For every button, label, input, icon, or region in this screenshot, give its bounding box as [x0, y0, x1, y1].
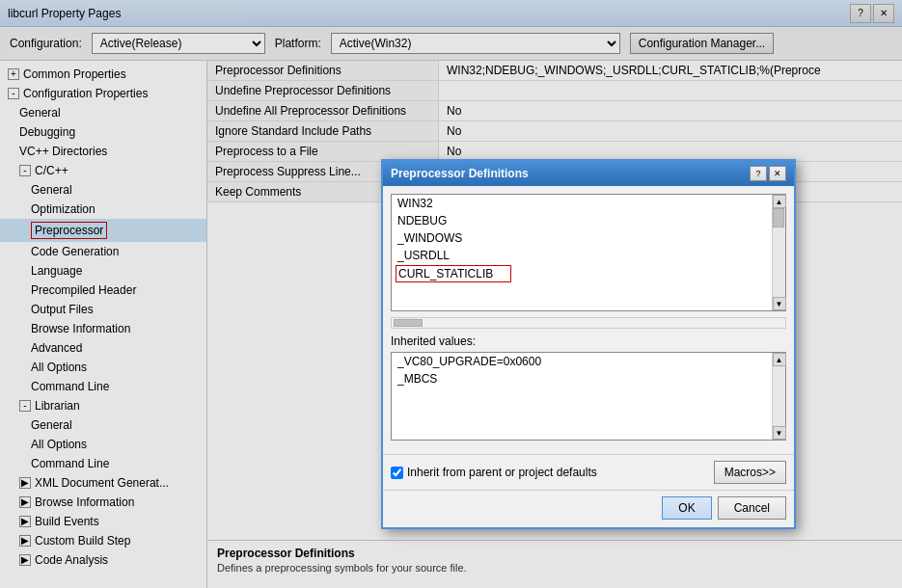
modal-close-button[interactable]: ✕ — [769, 166, 786, 181]
scroll-track — [773, 208, 785, 297]
list-item-curl-staticlib[interactable] — [392, 264, 772, 283]
footer-right-buttons: Macros>> — [714, 461, 786, 484]
modal-title-bar: Preprocessor Definitions ? ✕ — [383, 161, 794, 186]
inh-scroll-down[interactable]: ▼ — [773, 426, 786, 440]
inherited-scroll-v: ▲ ▼ — [772, 353, 785, 440]
list-item-windows[interactable]: _WINDOWS — [392, 229, 772, 247]
inh-scroll-up[interactable]: ▲ — [773, 353, 786, 366]
modal-close-buttons: ? ✕ — [750, 166, 786, 181]
inherited-item-mbcs: _MBCS — [392, 370, 772, 388]
modal-dialog: Preprocessor Definitions ? ✕ WIN32 NDEBU… — [381, 159, 796, 529]
inherited-list-container: _VC80_UPGRADE=0x0600 _MBCS ▲ ▼ — [391, 352, 786, 441]
scroll-up-arrow[interactable]: ▲ — [773, 195, 786, 208]
modal-title: Preprocessor Definitions — [391, 167, 529, 180]
inherited-item-vc80: _VC80_UPGRADE=0x0600 — [392, 353, 772, 370]
inherited-label: Inherited values: — [391, 334, 786, 348]
list-box-container: WIN32 NDEBUG _WINDOWS _USRDLL ▲ ▼ — [391, 194, 786, 311]
dialog-action-row: OK Cancel — [383, 490, 794, 527]
modal-help-button[interactable]: ? — [750, 166, 767, 181]
scroll-h-thumb[interactable] — [394, 319, 423, 327]
modal-footer: Inherit from parent or project defaults … — [383, 454, 794, 490]
list-box[interactable]: WIN32 NDEBUG _WINDOWS _USRDLL — [392, 195, 772, 310]
inherit-checkbox-row: Inherit from parent or project defaults — [391, 466, 597, 479]
list-item-ndebug[interactable]: NDEBUG — [392, 212, 772, 229]
inherit-checkbox[interactable] — [391, 467, 403, 479]
macros-button[interactable]: Macros>> — [714, 461, 786, 484]
inherited-list: _VC80_UPGRADE=0x0600 _MBCS — [392, 353, 772, 440]
list-item-usrdll[interactable]: _USRDLL — [392, 247, 772, 264]
inh-scroll-track — [773, 366, 785, 426]
cancel-button[interactable]: Cancel — [718, 496, 786, 520]
list-scroll-v: ▲ ▼ — [772, 195, 785, 310]
scroll-thumb[interactable] — [773, 208, 784, 227]
list-scroll-h[interactable] — [391, 317, 786, 329]
modal-overlay: Preprocessor Definitions ? ✕ WIN32 NDEBU… — [0, 0, 902, 588]
ok-button[interactable]: OK — [662, 496, 711, 520]
list-item-win32[interactable]: WIN32 — [392, 195, 772, 212]
modal-body: WIN32 NDEBUG _WINDOWS _USRDLL ▲ ▼ — [383, 186, 794, 454]
inherit-checkbox-label: Inherit from parent or project defaults — [407, 466, 597, 479]
list-item-edit-input[interactable] — [396, 265, 511, 282]
scroll-down-arrow[interactable]: ▼ — [773, 297, 786, 310]
